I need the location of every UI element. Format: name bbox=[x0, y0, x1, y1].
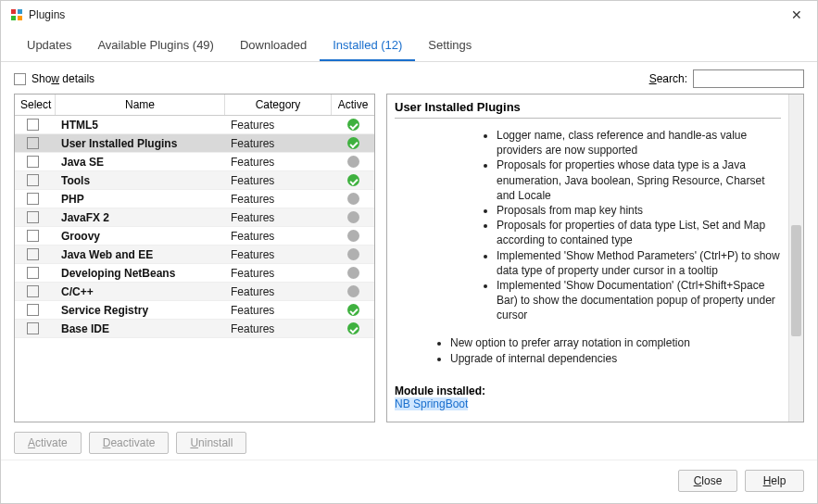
row-name: Groovy bbox=[56, 230, 225, 243]
bullet-item: Implemented 'Show Documentation' (Ctrl+S… bbox=[497, 278, 781, 323]
row-checkbox[interactable] bbox=[27, 248, 39, 260]
app-icon bbox=[10, 8, 23, 21]
help-button[interactable]: Help bbox=[745, 470, 804, 492]
active-icon bbox=[347, 322, 359, 334]
svg-rect-1 bbox=[18, 9, 22, 14]
row-name: Service Registry bbox=[56, 304, 225, 317]
bullet-item: Proposals from map key hints bbox=[497, 203, 781, 218]
row-checkbox[interactable] bbox=[27, 230, 39, 242]
table-header: Select Name Category Active bbox=[15, 94, 374, 116]
tab-downloaded[interactable]: Downloaded bbox=[227, 29, 320, 61]
row-name: HTML5 bbox=[56, 119, 225, 132]
table-row[interactable]: GroovyFeatures bbox=[15, 227, 374, 246]
table-body: HTML5FeaturesUser Installed PluginsFeatu… bbox=[15, 116, 374, 422]
deactivate-button[interactable]: Deactivate bbox=[89, 432, 170, 454]
table-row[interactable]: C/C++Features bbox=[15, 283, 374, 301]
close-button[interactable]: Close bbox=[678, 470, 737, 492]
tabbar: Updates Available Plugins (49) Downloade… bbox=[1, 29, 817, 62]
uninstall-button[interactable]: Uninstall bbox=[176, 432, 246, 454]
bullet-item: Implemented 'Show Method Parameters' (Ct… bbox=[497, 248, 781, 278]
topbar: Show details Search: bbox=[1, 62, 817, 94]
details-title: User Installed Plugins bbox=[395, 100, 781, 119]
active-icon bbox=[347, 193, 359, 205]
table-row[interactable]: User Installed PluginsFeatures bbox=[15, 134, 374, 153]
splitter[interactable] bbox=[379, 94, 383, 422]
row-checkbox[interactable] bbox=[27, 285, 39, 297]
row-category: Features bbox=[225, 211, 332, 224]
search-label: Search: bbox=[649, 72, 687, 85]
active-icon bbox=[347, 174, 359, 186]
col-select[interactable]: Select bbox=[15, 94, 56, 115]
table-row[interactable]: PHPFeatures bbox=[15, 190, 374, 208]
show-details-checkbox[interactable] bbox=[14, 73, 26, 85]
row-category: Features bbox=[225, 248, 332, 261]
row-name: Java Web and EE bbox=[56, 248, 225, 261]
module-installed-label: Module installed: bbox=[395, 384, 781, 397]
row-category: Features bbox=[225, 285, 332, 298]
row-category: Features bbox=[225, 267, 332, 280]
tab-installed[interactable]: Installed (12) bbox=[320, 29, 415, 61]
row-category: Features bbox=[225, 230, 332, 243]
tab-available[interactable]: Available Plugins (49) bbox=[84, 29, 227, 61]
details-content: User Installed Plugins Logger name, clas… bbox=[387, 94, 788, 422]
row-name: Developing NetBeans bbox=[56, 267, 225, 280]
col-category[interactable]: Category bbox=[225, 94, 332, 115]
tab-updates[interactable]: Updates bbox=[14, 29, 84, 61]
titlebar: Plugins ✕ bbox=[1, 1, 817, 29]
row-name: Tools bbox=[56, 174, 225, 187]
row-checkbox[interactable] bbox=[27, 322, 39, 334]
activate-button[interactable]: Activate bbox=[14, 432, 82, 454]
row-checkbox[interactable] bbox=[27, 119, 39, 131]
bullet-item: Proposals for properties whose data type… bbox=[497, 158, 781, 203]
active-icon bbox=[347, 267, 359, 279]
row-category: Features bbox=[225, 137, 332, 150]
row-checkbox[interactable] bbox=[27, 174, 39, 186]
table-row[interactable]: ToolsFeatures bbox=[15, 171, 374, 190]
bullet-item: New option to prefer array notation in c… bbox=[450, 335, 781, 350]
col-name[interactable]: Name bbox=[56, 94, 225, 115]
table-row[interactable]: Service RegistryFeatures bbox=[15, 301, 374, 320]
row-category: Features bbox=[225, 119, 332, 132]
module-link[interactable]: NB SpringBoot bbox=[395, 397, 468, 410]
table-row[interactable]: Java SEFeatures bbox=[15, 153, 374, 171]
row-category: Features bbox=[225, 304, 332, 317]
table-row[interactable]: HTML5Features bbox=[15, 116, 374, 134]
row-category: Features bbox=[225, 193, 332, 206]
active-icon bbox=[347, 285, 359, 297]
bullet-item: Upgrade of internal dependencies bbox=[450, 351, 781, 366]
tab-settings[interactable]: Settings bbox=[415, 29, 485, 61]
plugins-window: Plugins ✕ Updates Available Plugins (49)… bbox=[0, 0, 818, 504]
table-row[interactable]: Developing NetBeansFeatures bbox=[15, 264, 374, 283]
row-name: PHP bbox=[56, 193, 225, 206]
bullets-outer: New option to prefer array notation in c… bbox=[450, 335, 781, 365]
row-checkbox[interactable] bbox=[27, 304, 39, 316]
row-checkbox[interactable] bbox=[27, 137, 39, 149]
search-input[interactable] bbox=[693, 69, 804, 88]
col-active[interactable]: Active bbox=[332, 94, 374, 115]
row-name: User Installed Plugins bbox=[56, 137, 225, 150]
bullet-item: Proposals for properties of data type Li… bbox=[497, 218, 781, 247]
window-title: Plugins bbox=[29, 8, 786, 21]
row-name: JavaFX 2 bbox=[56, 211, 225, 224]
action-buttons: Activate Deactivate Uninstall bbox=[1, 428, 817, 456]
svg-rect-3 bbox=[18, 16, 22, 20]
row-checkbox[interactable] bbox=[27, 267, 39, 279]
scrollbar-thumb[interactable] bbox=[791, 225, 801, 336]
active-icon bbox=[347, 304, 359, 316]
row-checkbox[interactable] bbox=[27, 193, 39, 205]
scrollbar[interactable] bbox=[788, 94, 803, 422]
active-icon bbox=[347, 119, 359, 131]
table-row[interactable]: Base IDEFeatures bbox=[15, 320, 374, 338]
details-panel: User Installed Plugins Logger name, clas… bbox=[386, 94, 804, 422]
row-name: Java SE bbox=[56, 156, 225, 169]
active-icon bbox=[347, 248, 359, 260]
row-checkbox[interactable] bbox=[27, 156, 39, 168]
table-row[interactable]: JavaFX 2Features bbox=[15, 208, 374, 227]
active-icon bbox=[347, 156, 359, 168]
row-checkbox[interactable] bbox=[27, 211, 39, 223]
close-icon[interactable]: ✕ bbox=[786, 6, 808, 24]
svg-rect-2 bbox=[11, 16, 16, 20]
active-icon bbox=[347, 137, 359, 149]
table-row[interactable]: Java Web and EEFeatures bbox=[15, 246, 374, 264]
main: Select Name Category Active HTML5Feature… bbox=[1, 94, 817, 428]
